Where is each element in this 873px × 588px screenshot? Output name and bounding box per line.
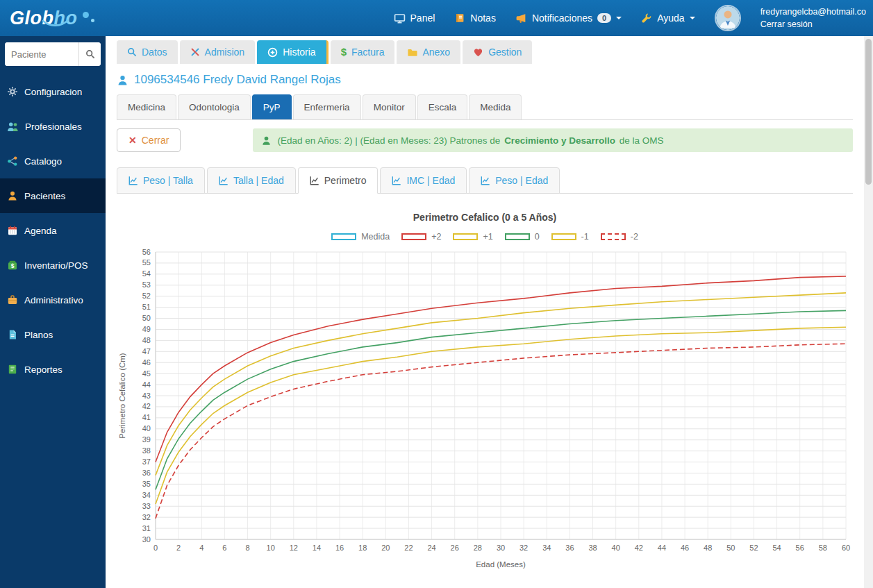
tab-pyp[interactable]: PyP — [252, 94, 292, 119]
tab-imc-edad[interactable]: IMC | Edad — [380, 167, 467, 194]
tab-datos[interactable]: Datos — [117, 40, 178, 64]
tab-historia[interactable]: Historia — [257, 40, 328, 64]
sidebar-item-label: Catalogo — [24, 156, 62, 167]
sidebar: Configuracion Profesionales Catalogo Pac… — [0, 36, 106, 588]
people-icon — [7, 121, 19, 133]
legend-item-zero[interactable]: 0 — [505, 232, 540, 242]
legend-item-plus1[interactable]: +1 — [453, 232, 492, 242]
legend-swatch — [505, 233, 530, 240]
svg-text:38: 38 — [142, 446, 151, 455]
growth-chart-canvas: 0246810121416182022242628303234363840424… — [117, 246, 853, 571]
report-icon — [7, 364, 18, 375]
wrench-icon — [641, 12, 652, 24]
svg-text:12: 12 — [290, 544, 298, 552]
patient-search-input[interactable] — [5, 42, 78, 66]
person-icon — [7, 190, 18, 201]
tab-factura[interactable]: $ Factura — [331, 40, 395, 64]
svg-text:42: 42 — [635, 544, 643, 552]
tab-perimetro[interactable]: Perimetro — [298, 167, 379, 194]
svg-text:14: 14 — [313, 544, 321, 552]
nav-notificaciones[interactable]: Notificaciones 0 — [515, 12, 622, 24]
gear-icon — [7, 86, 18, 97]
svg-text:42: 42 — [142, 402, 151, 410]
tab-gestion[interactable]: Gestion — [463, 40, 532, 64]
svg-text:24: 24 — [427, 544, 435, 552]
svg-text:46: 46 — [142, 358, 151, 367]
sidebar-item-pacientes[interactable]: Pacientes — [0, 178, 106, 213]
scrollbar-thumb[interactable] — [865, 39, 872, 185]
svg-text:Perimetro Cefalico (Cm): Perimetro Cefalico (Cm) — [118, 353, 126, 438]
chart-tab-bar: Peso | Talla Talla | Edad Perimetro IMC … — [117, 167, 853, 194]
legend-swatch — [401, 233, 426, 240]
nav-ayuda[interactable]: Ayuda — [641, 12, 695, 24]
sidebar-item-label: Reportes — [24, 364, 63, 375]
logout-link[interactable]: Cerrar sesión — [760, 18, 866, 31]
monitor-icon — [394, 12, 406, 24]
sidebar-item-label: Inventario/POS — [24, 260, 88, 271]
user-avatar[interactable] — [715, 5, 741, 31]
sidebar-item-configuracion[interactable]: Configuracion — [0, 74, 106, 109]
nav-notas-label: Notas — [470, 12, 496, 24]
book-icon — [454, 12, 465, 24]
tab-label: IMC | Edad — [406, 175, 455, 186]
cerrar-button[interactable]: ✕ Cerrar — [117, 128, 181, 152]
tab-label: Peso | Talla — [143, 175, 193, 186]
svg-text:35: 35 — [142, 480, 151, 488]
patient-search-button[interactable] — [78, 42, 101, 66]
svg-text:43: 43 — [142, 392, 151, 400]
tab-label: PyP — [263, 102, 281, 112]
svg-text:32: 32 — [519, 544, 528, 552]
tab-escala[interactable]: Escala — [417, 94, 468, 119]
svg-text:40: 40 — [612, 544, 620, 552]
legend-swatch — [551, 233, 576, 240]
sidebar-item-reportes[interactable]: Reportes — [0, 352, 106, 387]
tab-label: Medicina — [128, 102, 165, 112]
svg-text:39: 39 — [142, 435, 151, 444]
svg-text:Edad (Meses): Edad (Meses) — [476, 560, 526, 569]
main-content: Datos Admision Historia $ Factura Anexo — [106, 36, 864, 588]
legend-item-medida[interactable]: Medida — [331, 232, 390, 242]
tab-odontologia[interactable]: Odontologia — [178, 94, 251, 119]
nav-panel[interactable]: Panel — [394, 12, 435, 24]
sidebar-item-planos[interactable]: Planos — [0, 317, 106, 352]
sidebar-item-administrativo[interactable]: Administrativo — [0, 283, 106, 317]
sidebar-item-profesionales[interactable]: Profesionales — [0, 109, 106, 144]
svg-text:38: 38 — [588, 544, 597, 552]
tab-medicina[interactable]: Medicina — [117, 94, 176, 119]
svg-text:28: 28 — [474, 544, 482, 552]
svg-text:26: 26 — [451, 544, 459, 552]
sidebar-item-agenda[interactable]: Agenda — [0, 213, 106, 248]
tab-admision[interactable]: Admision — [180, 40, 256, 64]
user-email: fredyrangelcba@hotmail.co — [760, 6, 866, 18]
sidebar-item-catalogo[interactable]: Catalogo — [0, 144, 106, 178]
age-info-row: ✕ Cerrar (Edad en Años: 2) | (Edad en Me… — [117, 128, 853, 152]
svg-text:54: 54 — [142, 269, 151, 278]
chart-icon — [310, 176, 319, 185]
vertical-scrollbar[interactable] — [864, 36, 873, 588]
legend-item-minus2[interactable]: -2 — [601, 232, 638, 242]
nav-notificaciones-label: Notificaciones — [532, 12, 592, 24]
legend-item-plus2[interactable]: +2 — [401, 232, 441, 242]
tab-peso-talla[interactable]: Peso | Talla — [117, 167, 205, 194]
legend-label: 0 — [535, 232, 540, 242]
sidebar-item-label: Planos — [24, 330, 53, 340]
tab-anexo[interactable]: Anexo — [397, 40, 460, 64]
svg-text:36: 36 — [142, 469, 151, 477]
nav-notas[interactable]: Notas — [454, 12, 496, 24]
svg-text:22: 22 — [404, 544, 413, 552]
tab-monitor[interactable]: Monitor — [363, 94, 416, 119]
user-info: fredyrangelcba@hotmail.co Cerrar sesión — [760, 6, 866, 31]
folder-icon — [407, 47, 417, 58]
main-tab-bar: Datos Admision Historia $ Factura Anexo — [117, 40, 853, 64]
tab-talla-edad[interactable]: Talla | Edad — [207, 167, 296, 194]
sidebar-item-inventario[interactable]: $ Inventario/POS — [0, 248, 106, 283]
legend-item-minus1[interactable]: -1 — [551, 232, 589, 242]
medical-record-icon — [267, 47, 278, 58]
app-logo[interactable]: Globho — [10, 8, 96, 29]
tab-enfermeria[interactable]: Enfermeria — [293, 94, 361, 119]
calendar-icon — [7, 225, 18, 236]
legend-label: +1 — [483, 232, 492, 242]
tab-peso-edad[interactable]: Peso | Edad — [469, 167, 560, 194]
svg-text:54: 54 — [772, 544, 781, 552]
tab-medida[interactable]: Medida — [469, 94, 522, 119]
